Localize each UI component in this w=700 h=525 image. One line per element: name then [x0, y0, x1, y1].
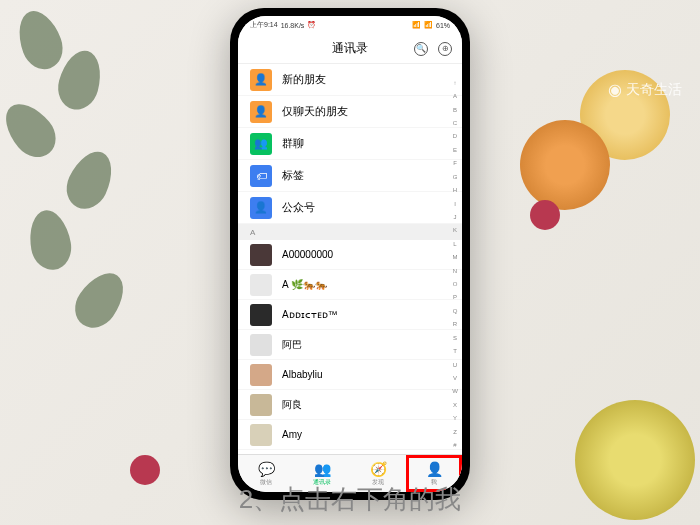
index-letter[interactable]: H	[453, 187, 457, 193]
avatar	[250, 424, 272, 446]
contact-name: A 🌿🐅🐅	[282, 279, 327, 290]
index-letter[interactable]: W	[452, 388, 458, 394]
index-letter[interactable]: M	[453, 254, 458, 260]
menu-item[interactable]: 👤公众号	[238, 192, 462, 224]
index-letter[interactable]: E	[453, 147, 457, 153]
avatar	[250, 244, 272, 266]
tab-icon: 💬	[258, 461, 275, 477]
search-icon[interactable]: 🔍	[414, 42, 428, 56]
index-letter[interactable]: Y	[453, 415, 457, 421]
index-letter[interactable]: L	[453, 241, 456, 247]
menu-icon: 👤	[250, 69, 272, 91]
index-letter[interactable]: J	[454, 214, 457, 220]
contact-name: 阿良	[282, 398, 302, 412]
avatar	[250, 304, 272, 326]
menu-icon: 👤	[250, 197, 272, 219]
contact-name: A00000000	[282, 249, 333, 260]
index-letter[interactable]: A	[453, 93, 457, 99]
contact-item[interactable]: A00000000	[238, 240, 462, 270]
index-letter[interactable]: G	[453, 174, 458, 180]
menu-label: 公众号	[282, 200, 315, 215]
avatar	[250, 274, 272, 296]
signal-icon: 📶	[412, 21, 421, 29]
index-letter[interactable]: #	[453, 442, 456, 448]
index-letter[interactable]: R	[453, 321, 457, 327]
menu-label: 群聊	[282, 136, 304, 151]
menu-label: 仅聊天的朋友	[282, 104, 348, 119]
contact-item[interactable]: Aᴅᴅɪᴄᴛᴇᴅ™	[238, 300, 462, 330]
page-title: 通讯录	[332, 40, 368, 57]
index-letter[interactable]: ↑	[454, 80, 457, 86]
contact-item[interactable]: 阿良	[238, 390, 462, 420]
status-speed: 16.8K/s	[281, 22, 305, 29]
alphabet-index[interactable]: ↑ABCDEFGHIJKLMNOPQRSTUVWXYZ#	[450, 76, 460, 452]
index-letter[interactable]: X	[453, 402, 457, 408]
contact-name: 阿巴	[282, 338, 302, 352]
index-letter[interactable]: N	[453, 268, 457, 274]
wifi-icon: 📶	[424, 21, 433, 29]
index-letter[interactable]: F	[453, 160, 457, 166]
menu-item[interactable]: 👤仅聊天的朋友	[238, 96, 462, 128]
page-header: 通讯录 🔍 ⊕	[238, 34, 462, 64]
battery-text: 61%	[436, 22, 450, 29]
menu-label: 新的朋友	[282, 72, 326, 87]
index-letter[interactable]: T	[453, 348, 457, 354]
menu-section: 👤新的朋友👤仅聊天的朋友👥群聊🏷标签👤公众号	[238, 64, 462, 224]
tab-icon: 👥	[314, 461, 331, 477]
menu-item[interactable]: 👥群聊	[238, 128, 462, 160]
tab-icon: 🧭	[370, 461, 387, 477]
alarm-icon: ⏰	[307, 21, 316, 29]
index-letter[interactable]: B	[453, 107, 457, 113]
index-letter[interactable]: I	[454, 201, 456, 207]
index-letter[interactable]: O	[453, 281, 458, 287]
contact-item[interactable]: A 🌿🐅🐅	[238, 270, 462, 300]
contact-item[interactable]: Amy	[238, 420, 462, 450]
menu-icon: 👤	[250, 101, 272, 123]
contact-name: Aᴅᴅɪᴄᴛᴇᴅ™	[282, 309, 338, 320]
index-letter[interactable]: U	[453, 362, 457, 368]
contact-item[interactable]: Albabyliu	[238, 360, 462, 390]
menu-icon: 👥	[250, 133, 272, 155]
status-bar: 上午9:14 16.8K/s ⏰ 📶 📶 61%	[238, 16, 462, 34]
index-letter[interactable]: C	[453, 120, 457, 126]
index-letter[interactable]: P	[453, 294, 457, 300]
index-letter[interactable]: S	[453, 335, 457, 341]
index-letter[interactable]: V	[453, 375, 457, 381]
avatar	[250, 364, 272, 386]
index-letter[interactable]: K	[453, 227, 457, 233]
add-icon[interactable]: ⊕	[438, 42, 452, 56]
contact-name: Albabyliu	[282, 369, 323, 380]
contact-list[interactable]: A00000000A 🌿🐅🐅Aᴅᴅɪᴄᴛᴇᴅ™阿巴Albabyliu阿良Amy阿…	[238, 240, 462, 454]
tab-icon: 👤	[426, 461, 443, 477]
menu-icon: 🏷	[250, 165, 272, 187]
avatar	[250, 394, 272, 416]
phone-frame: 上午9:14 16.8K/s ⏰ 📶 📶 61% 通讯录 🔍 ⊕ 👤新的朋友👤仅…	[230, 8, 470, 500]
section-header-a: A	[238, 224, 462, 240]
phone-screen: 上午9:14 16.8K/s ⏰ 📶 📶 61% 通讯录 🔍 ⊕ 👤新的朋友👤仅…	[238, 16, 462, 492]
contact-item[interactable]: 阿巴	[238, 330, 462, 360]
menu-label: 标签	[282, 168, 304, 183]
menu-item[interactable]: 🏷标签	[238, 160, 462, 192]
index-letter[interactable]: Z	[453, 429, 457, 435]
avatar	[250, 334, 272, 356]
instruction-caption: 2、点击右下角的我	[0, 482, 700, 517]
index-letter[interactable]: Q	[453, 308, 458, 314]
status-time: 上午9:14	[250, 20, 278, 30]
watermark: ◉ 天奇生活	[608, 80, 682, 99]
contact-name: Amy	[282, 429, 302, 440]
menu-item[interactable]: 👤新的朋友	[238, 64, 462, 96]
index-letter[interactable]: D	[453, 133, 457, 139]
